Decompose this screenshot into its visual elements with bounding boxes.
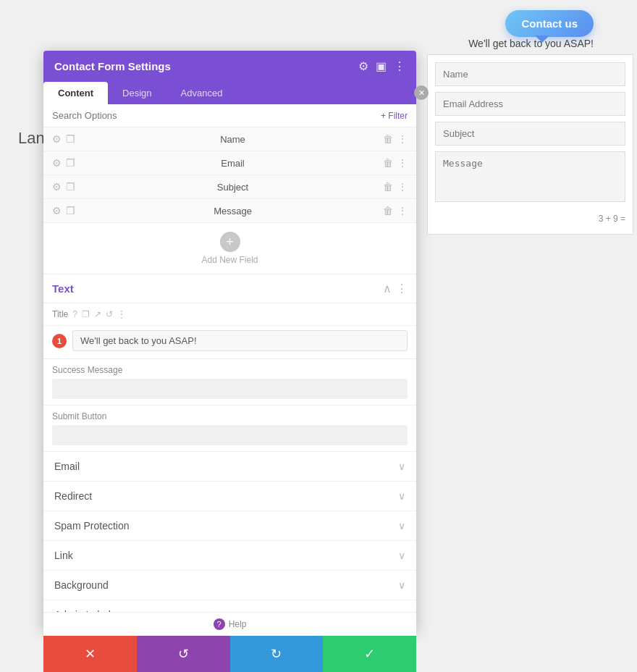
panel-footer: ✕ ↺ ↻ ✓ (43, 636, 416, 672)
submit-button-input[interactable] (52, 425, 408, 445)
submit-button-field: Submit Button (43, 406, 416, 452)
callback-text: We'll get back to you ASAP! (468, 38, 594, 49)
field-name-name: Name (83, 134, 383, 145)
link-label: Link (54, 550, 73, 561)
tab-content[interactable]: Content (43, 82, 108, 104)
search-bar: + Filter (43, 104, 416, 127)
title-input-row: 1 (43, 326, 416, 359)
text-section: Text ∧ ⋮ Title ? ❐ ↗ ↺ ⋮ 1 Success Messa… (43, 274, 416, 452)
copy-icon[interactable]: ❐ (66, 133, 75, 145)
gear-icon[interactable]: ⚙ (52, 205, 62, 217)
success-message-input[interactable] (52, 379, 408, 399)
delete-icon[interactable]: 🗑 (383, 181, 393, 193)
add-field-button[interactable]: + (220, 232, 240, 252)
chevron-down-icon: ∨ (398, 520, 405, 532)
preview-message-input[interactable] (435, 151, 625, 202)
success-message-label: Success Message (52, 365, 408, 375)
copy-title-icon[interactable]: ❐ (82, 309, 90, 319)
close-button[interactable]: ✕ (414, 85, 429, 100)
copy-icon[interactable]: ❐ (66, 205, 75, 217)
more-icon[interactable]: ⋮ (397, 157, 408, 169)
add-field-section: + Add New Field (43, 223, 416, 274)
arrow-icon[interactable]: ↗ (94, 309, 101, 319)
undo-icon[interactable]: ↺ (106, 309, 113, 319)
table-row: ⚙ ❐ Message 🗑 ⋮ (43, 199, 416, 222)
table-row: ⚙ ❐ Subject 🗑 ⋮ (43, 175, 416, 199)
submit-button-label: Submit Button (52, 411, 408, 421)
redirect-section[interactable]: Redirect ∨ (43, 482, 416, 511)
filter-button[interactable]: + Filter (381, 111, 408, 121)
help-bar: ? Help (43, 612, 416, 636)
title-input[interactable] (72, 330, 408, 351)
collapse-icon[interactable]: ∧ (383, 282, 392, 295)
help-circle-icon: ? (214, 618, 225, 630)
panel-header-icons: ⚙ ▣ ⋮ (358, 59, 405, 73)
success-message-field: Success Message (43, 359, 416, 406)
panel-title: Contact Form Settings (54, 60, 171, 72)
field-icons: ⚙ ❐ (52, 157, 75, 169)
text-section-header: Text ∧ ⋮ (43, 274, 416, 303)
add-field-label: Add New Field (201, 255, 258, 265)
more-icon[interactable]: ⋮ (397, 205, 408, 217)
table-row: ⚙ ❐ Email 🗑 ⋮ (43, 151, 416, 175)
cancel-button[interactable]: ✕ (43, 636, 137, 672)
delete-icon[interactable]: 🗑 (383, 157, 393, 169)
chevron-down-icon: ∨ (398, 579, 405, 591)
table-row: ⚙ ❐ Name 🗑 ⋮ (43, 127, 416, 151)
delete-icon[interactable]: 🗑 (383, 133, 393, 145)
tab-advanced[interactable]: Advanced (166, 82, 237, 104)
field-name-email: Email (83, 158, 383, 169)
settings-panel: Contact Form Settings ⚙ ▣ ⋮ Content Desi… (43, 51, 416, 630)
gear-icon[interactable]: ⚙ (52, 181, 62, 193)
delete-icon[interactable]: 🗑 (383, 205, 393, 217)
copy-icon[interactable]: ❐ (66, 157, 75, 169)
background-section[interactable]: Background ∨ (43, 571, 416, 600)
email-section[interactable]: Email ∨ (43, 452, 416, 482)
field-name-message: Message (83, 206, 383, 217)
more-title-icon[interactable]: ⋮ (117, 309, 126, 319)
captcha-row: 3 + 9 = (435, 211, 625, 227)
field-icons: ⚙ ❐ (52, 181, 75, 193)
text-section-title: Text (52, 282, 74, 295)
field-actions: 🗑 ⋮ (383, 157, 408, 169)
spam-protection-label: Spam Protection (54, 520, 130, 532)
preview-subject-input[interactable] (435, 122, 625, 146)
gear-icon[interactable]: ⚙ (52, 133, 62, 145)
field-actions: 🗑 ⋮ (383, 205, 408, 217)
chevron-down-icon: ∨ (398, 490, 405, 502)
redo-button[interactable]: ↻ (230, 636, 324, 672)
form-preview: 3 + 9 = (427, 54, 633, 235)
section-header-icons: ∧ ⋮ (383, 282, 408, 295)
search-input[interactable] (52, 110, 381, 121)
spam-protection-section[interactable]: Spam Protection ∨ (43, 511, 416, 541)
help-icon[interactable]: ? (72, 309, 77, 319)
background-label: Background (54, 579, 109, 591)
field-icons: ⚙ ❐ (52, 205, 75, 217)
preview-email-input[interactable] (435, 92, 625, 116)
title-row: Title ? ❐ ↗ ↺ ⋮ (43, 303, 416, 326)
fields-list: ⚙ ❐ Name 🗑 ⋮ ⚙ ❐ Email 🗑 ⋮ ⚙ ❐ (43, 127, 416, 223)
chevron-down-icon: ∨ (398, 550, 405, 561)
copy-icon[interactable]: ❐ (66, 181, 75, 193)
more-icon[interactable]: ⋮ (394, 59, 405, 73)
undo-button[interactable]: ↺ (137, 636, 230, 672)
badge-1: 1 (52, 334, 67, 348)
more-icon[interactable]: ⋮ (397, 133, 408, 145)
email-label: Email (54, 461, 80, 472)
field-name-subject: Subject (83, 182, 383, 193)
tab-design[interactable]: Design (108, 82, 166, 104)
gear-icon[interactable]: ⚙ (52, 157, 62, 169)
more-section-icon[interactable]: ⋮ (396, 282, 408, 295)
preview-name-input[interactable] (435, 62, 625, 86)
panel-header: Contact Form Settings ⚙ ▣ ⋮ (43, 51, 416, 82)
link-section[interactable]: Link ∨ (43, 541, 416, 571)
field-actions: 🗑 ⋮ (383, 133, 408, 145)
contact-us-button[interactable]: Contact us (505, 10, 594, 37)
save-button[interactable]: ✓ (323, 636, 416, 672)
title-label: Title (52, 309, 68, 319)
settings-icon[interactable]: ⚙ (358, 59, 368, 73)
more-icon[interactable]: ⋮ (397, 181, 408, 193)
chevron-down-icon: ∨ (398, 461, 405, 472)
field-icons: ⚙ ❐ (52, 133, 75, 145)
expand-icon[interactable]: ▣ (376, 59, 387, 73)
